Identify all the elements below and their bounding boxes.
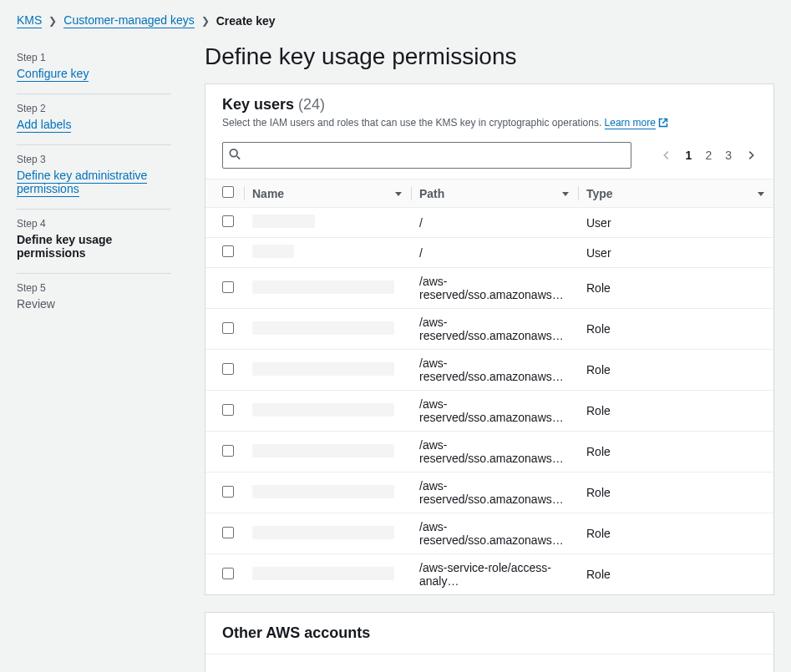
step-5: Step 5 Review — [17, 274, 171, 324]
col-type-header[interactable]: Type — [578, 179, 773, 208]
table-row: /aws-reserved/sso.amazonaws… Role — [205, 432, 773, 472]
redacted-name — [252, 245, 294, 258]
row-type: Role — [578, 309, 773, 350]
breadcrumb-current: Create key — [216, 14, 276, 28]
row-path: /aws-reserved/sso.amazonaws… — [411, 391, 578, 432]
row-checkbox[interactable] — [222, 486, 234, 498]
page-1[interactable]: 1 — [686, 149, 692, 162]
row-path: / — [411, 208, 578, 238]
step-1-link[interactable]: Configure key — [17, 67, 89, 82]
other-accounts-title: Other AWS accounts — [222, 624, 370, 641]
row-type: Role — [578, 432, 773, 472]
row-type: Role — [578, 391, 773, 432]
row-checkbox[interactable] — [222, 568, 234, 579]
step-5-title: Review — [17, 297, 171, 311]
breadcrumb-kms[interactable]: KMS — [17, 13, 42, 28]
main-content: Define key usage permissions Key users (… — [205, 43, 774, 672]
redacted-name — [252, 403, 394, 417]
col-name-header[interactable]: Name — [244, 179, 411, 208]
row-checkbox[interactable] — [222, 363, 234, 375]
page-2[interactable]: 2 — [705, 149, 712, 162]
key-users-desc: Select the IAM users and roles that can … — [222, 117, 601, 129]
other-accounts-panel: Other AWS accounts Specify the AWS accou… — [205, 612, 774, 672]
chevron-right-icon: ❯ — [201, 15, 210, 27]
key-users-table: Name Path Type — [205, 179, 773, 594]
row-checkbox[interactable] — [222, 445, 234, 457]
page-prev[interactable] — [661, 149, 672, 161]
select-all-checkbox[interactable] — [222, 186, 234, 198]
table-row: /aws-reserved/sso.amazonaws… Role — [205, 391, 773, 432]
step-1: Step 1 Configure key — [17, 43, 171, 94]
redacted-name — [252, 215, 315, 228]
redacted-name — [252, 280, 394, 294]
page-3[interactable]: 3 — [725, 149, 732, 162]
pagination: 1 2 3 — [661, 149, 757, 162]
row-path: /aws-service-role/access-analy… — [411, 554, 578, 595]
redacted-name — [252, 444, 394, 457]
row-path: /aws-reserved/sso.amazonaws… — [411, 472, 578, 513]
sort-icon — [394, 187, 403, 200]
key-users-title: Key users — [222, 96, 294, 113]
table-row: /aws-reserved/sso.amazonaws… Role — [205, 350, 773, 391]
step-2: Step 2 Add labels — [17, 94, 171, 145]
row-checkbox[interactable] — [222, 322, 234, 334]
row-type: User — [578, 208, 773, 238]
redacted-name — [252, 362, 394, 376]
search-input[interactable] — [222, 142, 631, 169]
step-4-title: Define key usage permissions — [17, 233, 171, 260]
learn-more-link[interactable]: Learn more — [605, 117, 656, 129]
row-path: /aws-reserved/sso.amazonaws… — [411, 432, 578, 472]
row-path: /aws-reserved/sso.amazonaws… — [411, 309, 578, 350]
row-path: / — [411, 238, 578, 268]
step-3: Step 3 Define key administrative permiss… — [17, 145, 171, 210]
row-type: Role — [578, 513, 773, 554]
row-checkbox[interactable] — [222, 215, 234, 227]
table-row: /aws-reserved/sso.amazonaws… Role — [205, 268, 773, 309]
redacted-name — [252, 485, 394, 498]
table-row: / User — [205, 208, 773, 238]
row-type: Role — [578, 554, 773, 595]
row-checkbox[interactable] — [222, 527, 234, 538]
table-row: /aws-reserved/sso.amazonaws… Role — [205, 513, 773, 554]
breadcrumb-keys[interactable]: Customer-managed keys — [63, 13, 194, 28]
row-type: Role — [578, 268, 773, 309]
row-type: User — [578, 238, 773, 268]
table-row: / User — [205, 238, 773, 268]
step-2-link[interactable]: Add labels — [17, 118, 71, 133]
row-path: /aws-reserved/sso.amazonaws… — [411, 268, 578, 309]
step-3-link[interactable]: Define key administrative permissions — [17, 169, 147, 197]
table-row: /aws-reserved/sso.amazonaws… Role — [205, 472, 773, 513]
row-checkbox[interactable] — [222, 281, 234, 293]
redacted-name — [252, 321, 394, 335]
row-path: /aws-reserved/sso.amazonaws… — [411, 350, 578, 391]
row-path: /aws-reserved/sso.amazonaws… — [411, 513, 578, 554]
external-link-icon — [658, 118, 668, 130]
col-path-header[interactable]: Path — [411, 179, 578, 208]
sort-icon — [757, 187, 765, 200]
redacted-name — [252, 567, 394, 580]
row-checkbox[interactable] — [222, 404, 234, 416]
key-users-panel: Key users (24) Select the IAM users and … — [205, 83, 774, 595]
row-type: Role — [578, 350, 773, 391]
row-type: Role — [578, 472, 773, 513]
sort-icon — [561, 187, 570, 200]
step-4: Step 4 Define key usage permissions — [17, 210, 171, 274]
breadcrumb: KMS ❯ Customer-managed keys ❯ Create key — [17, 13, 774, 28]
chevron-right-icon: ❯ — [48, 15, 57, 27]
page-next[interactable] — [745, 149, 757, 161]
table-row: /aws-reserved/sso.amazonaws… Role — [205, 309, 773, 350]
table-row: /aws-service-role/access-analy… Role — [205, 554, 773, 595]
redacted-name — [252, 526, 394, 539]
page-title: Define key usage permissions — [205, 43, 774, 70]
row-checkbox[interactable] — [222, 245, 234, 257]
key-users-count: (24) — [298, 96, 325, 113]
wizard-steps: Step 1 Configure key Step 2 Add labels S… — [17, 43, 171, 672]
